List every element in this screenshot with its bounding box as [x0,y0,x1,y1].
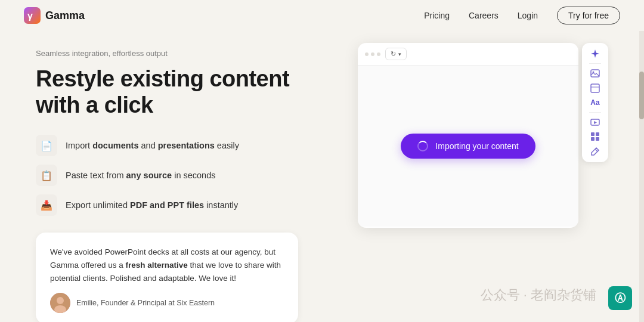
mockup-toolbar: Aa [582,43,608,162]
svg-rect-12 [591,137,595,141]
logo[interactable]: γ Gamma [24,7,85,24]
nav-pricing[interactable]: Pricing [424,11,450,20]
scrollbar-thumb[interactable] [639,72,644,119]
accessibility-icon: Ⓐ [615,291,626,305]
toolbar-sparkle-icon[interactable] [587,48,603,60]
mockup-container: ↻ ▾ Importing your content [346,37,608,240]
logo-text: Gamma [45,10,85,22]
navbar: γ Gamma Pricing Careers Login Try for fr… [0,0,644,31]
loading-spinner [417,141,428,151]
nav-login[interactable]: Login [518,11,538,20]
mockup-panel: ↻ ▾ Importing your content [358,43,578,228]
svg-rect-7 [591,84,599,92]
import-label: Importing your content [435,141,518,151]
feature-icon-2: 📋 [36,165,57,186]
toolbar-divider-2 [589,112,601,113]
hero-headline: Restyle existing content with a click [36,66,322,118]
author-row: Emilie, Founder & Principal at Six Easte… [50,293,284,313]
toolbar-image-icon[interactable] [587,67,603,79]
nav-links: Pricing Careers Login Try for free [424,7,620,24]
feature-item-2: 📋 Paste text from any source in seconds [36,165,322,186]
dot-2 [371,52,374,56]
dot-3 [377,52,380,56]
hero-subtitle: Seamless integration, effortless output [36,49,322,58]
svg-rect-13 [596,137,599,141]
toolbar-divider-1 [589,63,601,64]
nav-careers[interactable]: Careers [469,11,499,20]
svg-line-14 [595,149,597,151]
toolbar-media-icon[interactable] [587,116,603,128]
feature-text-2: Paste text from any source in seconds [66,169,215,181]
try-for-free-button[interactable]: Try for free [557,7,620,24]
dot-1 [365,52,369,56]
feature-item-3: 📥 Export unlimited PDF and PPT files ins… [36,194,322,216]
author-avatar [50,293,70,313]
refresh-button[interactable]: ↻ ▾ [385,48,407,60]
feature-text-1: Import documents and presentations easil… [66,140,239,151]
toolbar-layout-icon[interactable] [587,82,603,94]
svg-rect-5 [591,70,599,77]
main-content: Seamless integration, effortless output … [0,31,644,322]
headline-line2: with a click [36,92,153,117]
svg-text:γ: γ [27,11,33,21]
window-dots [365,52,380,56]
headline-line1: Restyle existing content [36,66,289,91]
toolbar-text-icon[interactable]: Aa [587,97,603,109]
accessibility-button[interactable]: Ⓐ [608,286,632,310]
right-column: ↻ ▾ Importing your content [346,37,608,240]
refresh-chevron: ▾ [398,51,401,57]
svg-point-3 [57,297,64,304]
left-column: Seamless integration, effortless output … [36,43,322,322]
feature-text-3: Export unlimited PDF and PPT files insta… [66,199,238,211]
svg-rect-10 [591,132,595,136]
import-button[interactable]: Importing your content [401,134,535,159]
author-name: Emilie, Founder & Principal at Six Easte… [76,299,215,307]
feature-item-1: 📄 Import documents and presentations eas… [36,135,322,156]
features-list: 📄 Import documents and presentations eas… [36,135,322,216]
testimonial-card: We've avoided PowerPoint decks at all co… [36,233,298,322]
refresh-icon: ↻ [391,50,396,58]
feature-icon-3: 📥 [36,194,57,216]
avatar-image [50,293,70,313]
feature-icon-1: 📄 [36,135,57,156]
svg-rect-11 [596,132,599,136]
page-scrollbar[interactable] [639,0,644,322]
gamma-logo-icon: γ [24,7,41,24]
testimonial-text: We've avoided PowerPoint decks at all co… [50,246,284,284]
mockup-topbar: ↻ ▾ [358,43,578,66]
toolbar-pen-icon[interactable] [587,145,603,157]
toolbar-grid-icon[interactable] [587,131,603,143]
mockup-body: Importing your content [358,66,578,227]
